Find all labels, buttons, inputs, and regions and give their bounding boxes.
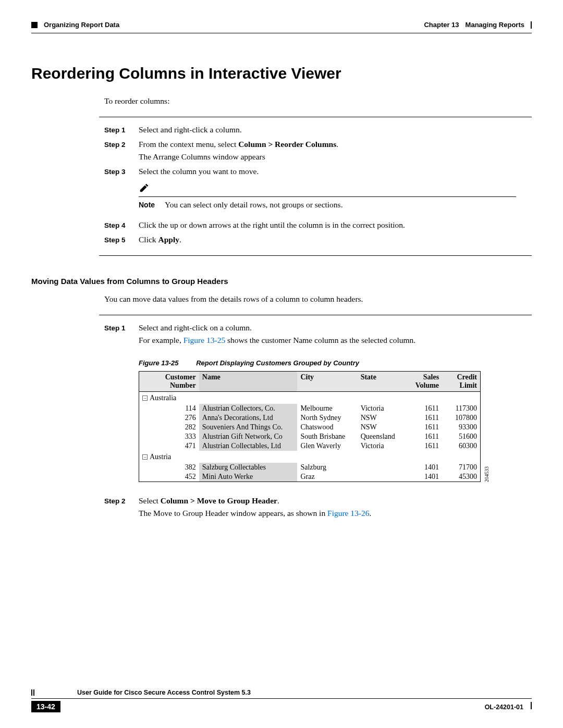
cell-sales: 1611	[404, 441, 442, 451]
figure-link[interactable]: Figure 13-25	[183, 336, 226, 344]
text: The Move to Group Header window appears,…	[139, 509, 327, 517]
cell-customer-number: 452	[150, 472, 199, 482]
col-header-credit-limit: CreditLimit	[442, 372, 480, 392]
tick-icon	[31, 689, 32, 696]
text: Select	[139, 496, 161, 505]
menu-path: Column > Reorder Columns	[238, 140, 336, 149]
step-label: Step 1	[104, 324, 136, 332]
menu-path: Column > Move to Group Header	[161, 496, 277, 505]
page-footer: User Guide for Cisco Secure Access Contr…	[31, 689, 532, 712]
step-label: Step 4	[104, 221, 136, 229]
chapter-number: Chapter 13	[424, 21, 459, 29]
cell-sales: 1611	[404, 432, 442, 441]
cell-customer-number: 382	[150, 463, 199, 472]
group-row: − Australia	[139, 392, 481, 404]
text: .	[336, 140, 338, 149]
cell-name: Alustrian Collectors, Co.	[199, 404, 298, 413]
divider-icon	[531, 702, 532, 709]
separator	[99, 315, 532, 315]
button-name: Apply	[158, 235, 179, 244]
table-row: 282Souveniers And Things Co.ChatswoodNSW…	[139, 423, 481, 432]
step-row: Step 3 Select the column you want to mov…	[31, 165, 532, 178]
figure-caption: Figure 13-25 Report Displaying Customers…	[139, 359, 532, 367]
cell-credit: 117300	[442, 404, 480, 413]
cell-state	[358, 463, 404, 472]
note-icon-row	[139, 182, 532, 195]
step-row: Step 5 Click Apply.	[31, 233, 532, 246]
cell-name: Alustrian Collectables, Ltd	[199, 441, 298, 451]
separator	[99, 255, 532, 256]
table-row: 276Anna's Decorations, LtdNorth SydneyNS…	[139, 413, 481, 423]
cell-sales: 1611	[404, 413, 442, 423]
guide-title: User Guide for Cisco Secure Access Contr…	[77, 689, 251, 696]
cell-name: Anna's Decorations, Ltd	[199, 413, 298, 423]
step-text: Select the column you want to move.	[139, 165, 532, 178]
text: shows the customer Name column as the se…	[225, 336, 415, 344]
col-header-state: State	[358, 372, 404, 392]
cell-customer-number: 333	[150, 432, 199, 441]
step-label: Step 2	[104, 497, 136, 505]
step-text: Select and right-click on a column. For …	[139, 322, 532, 347]
report-table: CustomerNumber Name City State SalesVolu…	[139, 371, 481, 482]
cell-city: Melbourne	[297, 404, 357, 413]
cell-credit: 60300	[442, 441, 480, 451]
cell-city: Salzburg	[297, 463, 357, 472]
bullet-icon	[31, 22, 38, 28]
note-block: Note You can select only detail rows, no…	[139, 196, 516, 209]
table-row: 114Alustrian Collectors, Co.MelbourneVic…	[139, 404, 481, 413]
chapter-title: Managing Reports	[466, 21, 524, 29]
col-header-sales-volume: SalesVolume	[404, 372, 442, 392]
cell-sales: 1611	[404, 404, 442, 413]
col-header-name: Name	[199, 372, 298, 392]
cell-state: NSW	[358, 413, 404, 423]
table-row: 382Salzburg CollectablesSalzburg14017170…	[139, 463, 481, 472]
cell-customer-number: 276	[150, 413, 199, 423]
cell-city: Glen Waverly	[297, 441, 357, 451]
sub-intro: You can move data values from the detail…	[104, 293, 532, 305]
step-row: Step 1 Select and right-click on a colum…	[31, 322, 532, 347]
separator	[99, 117, 532, 117]
section-name: Organizing Report Data	[44, 21, 119, 29]
header-rule	[31, 33, 532, 33]
figure-number: Figure 13-25	[139, 359, 179, 367]
cell-credit: 45300	[442, 472, 480, 482]
text: For example,	[139, 336, 183, 344]
figure-link[interactable]: Figure 13-26	[327, 509, 370, 517]
note-label: Note	[139, 201, 165, 209]
page-header: Organizing Report Data Chapter 13 Managi…	[31, 21, 532, 29]
cell-name: Alustrian Gift Network, Co	[199, 432, 298, 441]
divider-icon	[531, 21, 532, 29]
step-row: Step 1 Select and right-click a column.	[31, 124, 532, 136]
cell-sales: 1401	[404, 472, 442, 482]
group-toggle[interactable]: − Australia	[142, 394, 176, 402]
cell-customer-number: 282	[150, 423, 199, 432]
collapse-icon[interactable]: −	[142, 396, 148, 401]
step-row: Step 4 Click the up or down arrows at th…	[31, 219, 532, 231]
cell-credit: 107800	[442, 413, 480, 423]
intro-text: To reorder columns:	[104, 95, 532, 107]
col-header-city: City	[297, 372, 357, 392]
step-label: Step 1	[104, 126, 136, 134]
step-label: Step 3	[104, 168, 136, 176]
step-row: Step 2 Select Column > Move to Group Hea…	[31, 495, 532, 520]
cell-customer-number: 114	[150, 404, 199, 413]
cell-state: NSW	[358, 423, 404, 432]
step-row: Step 2 From the context menu, select Col…	[31, 138, 532, 163]
step-text: Click Apply.	[139, 233, 532, 246]
cell-city: South Brisbane	[297, 432, 357, 441]
step-label: Step 2	[104, 141, 136, 149]
collapse-icon[interactable]: −	[142, 454, 148, 460]
cell-name: Souveniers And Things Co.	[199, 423, 298, 432]
cell-state: Queensland	[358, 432, 404, 441]
tick-icon	[33, 689, 34, 696]
text: Click	[139, 235, 158, 244]
figure-title: Report Displaying Customers Grouped by C…	[196, 359, 359, 367]
note-text: You can select only detail rows, not gro…	[165, 200, 343, 209]
group-toggle[interactable]: − Austria	[142, 453, 171, 461]
table-row: 452Mini Auto WerkeGraz140145300	[139, 472, 481, 482]
cell-name: Mini Auto Werke	[199, 472, 298, 482]
step-text: Click the up or down arrows at the right…	[139, 219, 532, 231]
col-header-blank	[139, 372, 150, 392]
col-header-customer-number: CustomerNumber	[150, 372, 199, 392]
text: From the context menu, select	[139, 140, 238, 149]
